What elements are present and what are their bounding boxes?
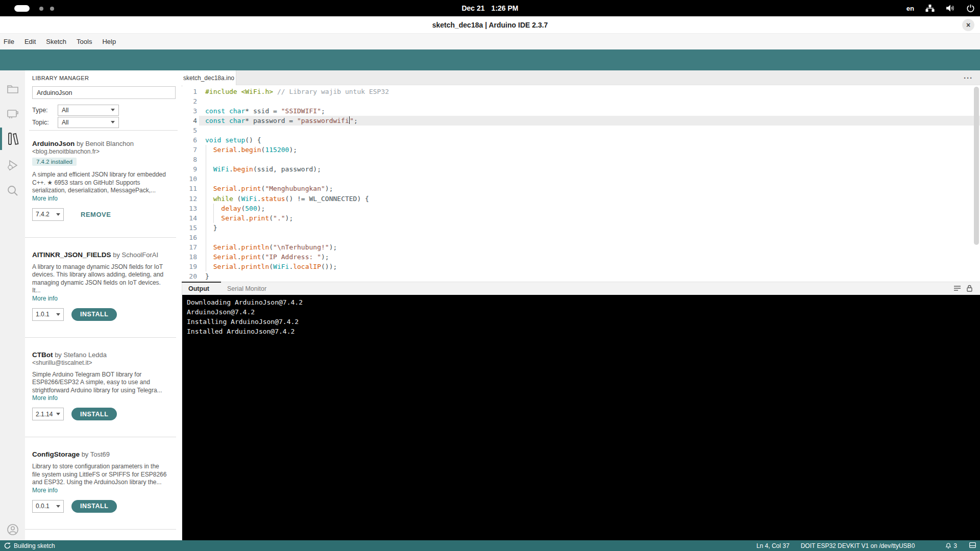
library-manager-panel: LIBRARY MANAGER Type:AllTopic:All Arduin… bbox=[25, 70, 182, 540]
sidebar-item-boards-manager[interactable] bbox=[0, 102, 25, 127]
filter-select-type[interactable]: All bbox=[58, 105, 119, 116]
code-line-5[interactable]: 5 bbox=[182, 126, 980, 135]
code-line-14[interactable]: 14 Serial.print("."); bbox=[182, 213, 980, 223]
code-line-20[interactable]: 20} bbox=[182, 271, 980, 281]
remove-button[interactable]: REMOVE bbox=[81, 211, 111, 218]
code-line-1[interactable]: 1#include <WiFi.h> // Library wajib untu… bbox=[182, 87, 980, 96]
console-line: Installed ArduinoJson@7.4.2 bbox=[187, 327, 303, 336]
toggle-panel-icon[interactable] bbox=[969, 542, 976, 549]
install-button[interactable]: INSTALL bbox=[71, 408, 117, 420]
sidebar-item-sketchbook[interactable] bbox=[0, 77, 25, 101]
sidebar-item-account[interactable] bbox=[0, 517, 25, 542]
sidebar-item-library-manager[interactable] bbox=[0, 127, 25, 151]
install-button[interactable]: INSTALL bbox=[71, 308, 117, 321]
code-line-8[interactable]: 8 bbox=[182, 155, 980, 164]
filter-select-topic[interactable]: All bbox=[58, 117, 119, 128]
code-line-9[interactable]: 9 WiFi.begin(ssid, password); bbox=[182, 164, 980, 174]
code-line-7[interactable]: 7 Serial.begin(115200); bbox=[182, 145, 980, 155]
token-ol: while bbox=[213, 195, 233, 203]
code-line-11[interactable]: 11 Serial.print("Menghubungkan"); bbox=[182, 184, 980, 193]
more-info-link[interactable]: More info bbox=[32, 487, 169, 494]
output-tab-output[interactable]: Output bbox=[188, 285, 209, 292]
code-editor[interactable]: 1#include <WiFi.h> // Library wajib untu… bbox=[182, 87, 980, 282]
title-bar: sketch_dec18a | Arduino IDE 2.3.7 × bbox=[0, 16, 980, 34]
version-select[interactable]: 0.0.1 bbox=[32, 500, 64, 513]
filter-select-value: All bbox=[62, 107, 111, 114]
code-line-12[interactable]: 12 while (WiFi.status() != WL_CONNECTED)… bbox=[182, 194, 980, 204]
debug-play-icon bbox=[7, 160, 19, 171]
token-fn: Serial bbox=[213, 185, 237, 192]
output-console[interactable]: Downloading ArduinoJson@7.4.2ArduinoJson… bbox=[182, 295, 980, 540]
code-line-6[interactable]: 6void setup() { bbox=[182, 135, 980, 145]
code-text: const char* ssid = "SSIDWIFI"; bbox=[205, 106, 325, 116]
library-entry: CTBot by Stefano Ledda<shurillu@tiscalne… bbox=[25, 338, 176, 438]
menu-item-file[interactable]: File bbox=[4, 38, 14, 45]
board-port-status[interactable]: DOIT ESP32 DEVKIT V1 on /dev/ttyUSB0 bbox=[801, 542, 915, 549]
code-line-18[interactable]: 18 Serial.print("IP Address: "); bbox=[182, 252, 980, 262]
editor-scrollbar[interactable] bbox=[974, 87, 979, 245]
folder-icon bbox=[7, 84, 19, 94]
cursor-position[interactable]: Ln 4, Col 37 bbox=[756, 542, 790, 549]
code-line-17[interactable]: 17 Serial.println("\nTerhubung!"); bbox=[182, 242, 980, 252]
scroll-lock-icon[interactable] bbox=[966, 285, 973, 294]
token-fn: Serial bbox=[213, 253, 237, 261]
install-button[interactable]: INSTALL bbox=[71, 500, 117, 513]
more-info-link[interactable]: More info bbox=[32, 394, 169, 402]
token-pl: ); bbox=[257, 205, 265, 212]
network-icon[interactable] bbox=[925, 4, 935, 12]
build-status-label: Building sketch bbox=[14, 542, 55, 549]
menu-item-edit[interactable]: Edit bbox=[24, 38, 36, 45]
library-maintainer-link: <blog.benoitblanchon.fr> bbox=[32, 148, 169, 156]
token-kw: WiFi bbox=[241, 195, 257, 203]
menu-item-help[interactable]: Help bbox=[102, 38, 116, 45]
filter-row-topic: Topic:All bbox=[32, 116, 119, 128]
code-line-15[interactable]: 15 } bbox=[182, 223, 980, 233]
system-clock[interactable]: Dec 21 1:26 PM bbox=[0, 0, 980, 16]
description-line: strightforward Arduino library for using… bbox=[32, 387, 169, 395]
indent-guide bbox=[206, 145, 206, 271]
sidebar-item-debug[interactable] bbox=[0, 153, 25, 178]
library-name[interactable]: CTBot bbox=[32, 351, 53, 359]
close-window-button[interactable]: × bbox=[962, 19, 974, 31]
version-select[interactable]: 2.1.14 bbox=[32, 408, 64, 420]
version-select[interactable]: 1.0.1 bbox=[32, 308, 64, 321]
code-line-2[interactable]: 2 bbox=[182, 96, 980, 106]
token-st: "passwordwifi bbox=[297, 117, 349, 124]
library-name[interactable]: ConfigStorage bbox=[32, 450, 80, 458]
keyboard-layout-indicator[interactable]: en bbox=[906, 5, 914, 12]
volume-icon[interactable] bbox=[946, 4, 955, 12]
library-entry: ArduinoJson by Benoit Blanchon<blog.beno… bbox=[25, 131, 176, 238]
notifications-button[interactable]: 3 bbox=[945, 542, 957, 549]
tab-sketch[interactable]: sketch_dec18a.ino bbox=[182, 70, 236, 85]
library-name[interactable]: AITINKR_JSON_FIELDS bbox=[32, 251, 111, 259]
system-time: 1:26 PM bbox=[492, 4, 519, 12]
token-pl bbox=[205, 253, 213, 261]
power-icon[interactable] bbox=[966, 4, 975, 13]
more-info-link[interactable]: More info bbox=[32, 295, 169, 303]
version-select[interactable]: 7.4.2 bbox=[32, 208, 64, 221]
code-text: Serial.begin(115200); bbox=[205, 145, 297, 155]
code-line-3[interactable]: 3const char* ssid = "SSIDWIFI"; bbox=[182, 106, 980, 116]
library-books-icon bbox=[7, 132, 19, 145]
library-search-input[interactable] bbox=[32, 86, 176, 99]
token-pl: ); bbox=[329, 243, 337, 251]
code-line-4[interactable]: 4const char* password = "passwordwifi"; bbox=[182, 116, 980, 126]
wrap-lines-icon[interactable] bbox=[953, 285, 961, 294]
code-line-16[interactable]: 16 bbox=[182, 233, 980, 242]
token-st: "SSIDWIFI" bbox=[281, 107, 321, 115]
token-fn: println bbox=[241, 263, 269, 270]
sidebar-item-search[interactable] bbox=[0, 179, 25, 203]
menu-item-sketch[interactable]: Sketch bbox=[46, 38, 66, 45]
more-info-link[interactable]: More info bbox=[32, 195, 169, 203]
output-tab-serial-monitor[interactable]: Serial Monitor bbox=[227, 285, 266, 292]
menu-item-tools[interactable]: Tools bbox=[77, 38, 92, 45]
code-line-19[interactable]: 19 Serial.println(WiFi.localIP()); bbox=[182, 262, 980, 271]
build-status[interactable]: Building sketch bbox=[4, 540, 55, 551]
library-name[interactable]: ArduinoJson bbox=[32, 140, 75, 147]
library-description: Library to store configuration parameter… bbox=[32, 463, 169, 487]
library-entry: AITINKR_JSON_FIELDS by SchoolForAIA libr… bbox=[25, 238, 176, 338]
editor-more-actions[interactable]: ··· bbox=[964, 70, 973, 85]
code-text: WiFi.begin(ssid, password); bbox=[205, 164, 321, 174]
code-line-10[interactable]: 10 bbox=[182, 174, 980, 184]
code-line-13[interactable]: 13 delay(500); bbox=[182, 204, 980, 213]
